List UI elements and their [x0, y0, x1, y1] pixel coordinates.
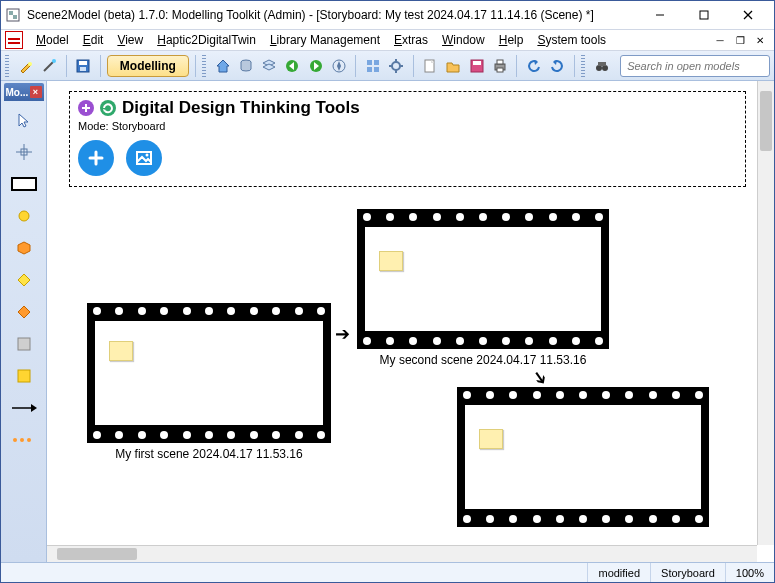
- mode-pill[interactable]: Modelling: [107, 55, 189, 77]
- pointer-tool-icon[interactable]: [8, 107, 40, 133]
- wand-tool-icon[interactable]: [39, 54, 60, 78]
- home-icon[interactable]: [212, 54, 233, 78]
- svg-point-46: [13, 438, 17, 442]
- menu-view[interactable]: View: [110, 31, 150, 49]
- canvas[interactable]: Digital Design Thinking Tools Mode: Stor…: [57, 87, 750, 538]
- svg-rect-31: [497, 68, 503, 72]
- svg-point-48: [27, 438, 31, 442]
- status-bar: modified Storyboard 100%: [1, 562, 774, 582]
- svg-marker-41: [18, 274, 30, 286]
- svg-rect-34: [598, 62, 606, 66]
- storyboard-mode-label: Mode: Storyboard: [78, 120, 737, 132]
- search-box[interactable]: [620, 55, 770, 77]
- menu-haptic2digitaltwin[interactable]: Haptic2DigitalTwin: [150, 31, 263, 49]
- toolbar-grip-3[interactable]: [581, 55, 585, 77]
- gray-square-tool-icon[interactable]: [8, 331, 40, 357]
- scene-1-label: My first scene 2024.04.17 11.53.16: [79, 447, 339, 461]
- vertical-scrollbar[interactable]: [757, 81, 774, 545]
- scene-frame-2[interactable]: [357, 209, 609, 349]
- print-icon[interactable]: [489, 54, 510, 78]
- stack-icon[interactable]: [259, 54, 280, 78]
- scene-2-label: My second scene 2024.04.17 11.53.16: [353, 353, 613, 367]
- close-button[interactable]: [726, 2, 770, 28]
- scene-frame-1[interactable]: [87, 303, 331, 443]
- scene-frame-3[interactable]: [457, 387, 709, 527]
- minimize-button[interactable]: [638, 2, 682, 28]
- svg-rect-11: [79, 61, 87, 65]
- yellow-square-tool-icon[interactable]: [8, 363, 40, 389]
- yellow-diamond-tool-icon[interactable]: [8, 267, 40, 293]
- svg-point-7: [28, 62, 32, 66]
- orange-diamond-tool-icon[interactable]: [8, 299, 40, 325]
- menu-library-management[interactable]: Library Management: [263, 31, 387, 49]
- mdi-minimize-button[interactable]: ─: [711, 32, 729, 48]
- menu-model[interactable]: Model: [29, 31, 76, 49]
- status-zoom[interactable]: 100%: [725, 563, 774, 582]
- svg-rect-2: [13, 15, 17, 19]
- toolbar: Modelling: [1, 51, 774, 81]
- svg-rect-4: [700, 11, 708, 19]
- arrow-tool-icon[interactable]: [8, 395, 40, 421]
- new-doc-icon[interactable]: [420, 54, 441, 78]
- open-icon[interactable]: [443, 54, 464, 78]
- mdi-close-button[interactable]: ✕: [751, 32, 769, 48]
- database-icon[interactable]: [235, 54, 256, 78]
- app-window: Scene2Model (beta) 1.7.0: Modelling Tool…: [0, 0, 775, 583]
- svg-point-39: [19, 211, 29, 221]
- save2-icon[interactable]: [466, 54, 487, 78]
- save-icon[interactable]: [73, 54, 94, 78]
- document-icon: [5, 31, 23, 49]
- svg-rect-1: [9, 11, 13, 15]
- storyboard-title: Digital Design Thinking Tools: [122, 98, 360, 118]
- rect-tool-icon[interactable]: [8, 171, 40, 197]
- title-bar: Scene2Model (beta) 1.7.0: Modelling Tool…: [1, 1, 774, 29]
- svg-marker-42: [18, 306, 30, 318]
- sticky-note-icon: [379, 251, 403, 271]
- svg-point-55: [146, 154, 149, 157]
- svg-point-9: [52, 59, 56, 63]
- sticky-note-icon: [109, 341, 133, 361]
- svg-rect-20: [374, 67, 379, 72]
- back-icon[interactable]: [282, 54, 303, 78]
- grid-icon[interactable]: [362, 54, 383, 78]
- image-scene-button[interactable]: [126, 140, 162, 176]
- search-input[interactable]: [625, 59, 765, 73]
- gear-icon[interactable]: [385, 54, 406, 78]
- svg-marker-40: [18, 242, 30, 254]
- menu-extras[interactable]: Extras: [387, 31, 435, 49]
- tool-palette: Mo...×: [1, 81, 47, 562]
- arrow-connector-1: ➔: [335, 323, 350, 345]
- redo-icon[interactable]: [546, 54, 567, 78]
- toolbar-grip-2[interactable]: [202, 55, 206, 77]
- edit-tool-icon[interactable]: [15, 54, 36, 78]
- undo-icon[interactable]: [523, 54, 544, 78]
- menu-help[interactable]: Help: [492, 31, 531, 49]
- menu-window[interactable]: Window: [435, 31, 492, 49]
- svg-rect-38: [12, 178, 36, 190]
- yellow-circle-tool-icon[interactable]: [8, 203, 40, 229]
- svg-rect-17: [367, 60, 372, 65]
- svg-rect-30: [497, 60, 503, 64]
- binoculars-icon[interactable]: [591, 54, 612, 78]
- add-scene-button[interactable]: [78, 140, 114, 176]
- storyboard-header-card[interactable]: Digital Design Thinking Tools Mode: Stor…: [69, 91, 746, 187]
- palette-close-icon[interactable]: ×: [30, 86, 42, 98]
- sticky-note-icon: [479, 429, 503, 449]
- toolbar-grip[interactable]: [5, 55, 9, 77]
- orange-hex-tool-icon[interactable]: [8, 235, 40, 261]
- dots-tool-icon[interactable]: [8, 427, 40, 453]
- maximize-button[interactable]: [682, 2, 726, 28]
- mdi-restore-button[interactable]: ❐: [731, 32, 749, 48]
- app-icon: [5, 7, 21, 23]
- crosshair-tool-icon[interactable]: [8, 139, 40, 165]
- horizontal-scrollbar[interactable]: [47, 545, 757, 562]
- forward-icon[interactable]: [305, 54, 326, 78]
- menu-edit[interactable]: Edit: [76, 31, 111, 49]
- palette-title: Mo...×: [4, 83, 44, 101]
- svg-line-8: [44, 62, 53, 71]
- compass-icon[interactable]: [328, 54, 349, 78]
- green-refresh-icon: [100, 100, 116, 116]
- svg-rect-51: [85, 104, 87, 112]
- menu-system-tools[interactable]: System tools: [530, 31, 613, 49]
- menu-bar: Model Edit View Haptic2DigitalTwin Libra…: [1, 29, 774, 51]
